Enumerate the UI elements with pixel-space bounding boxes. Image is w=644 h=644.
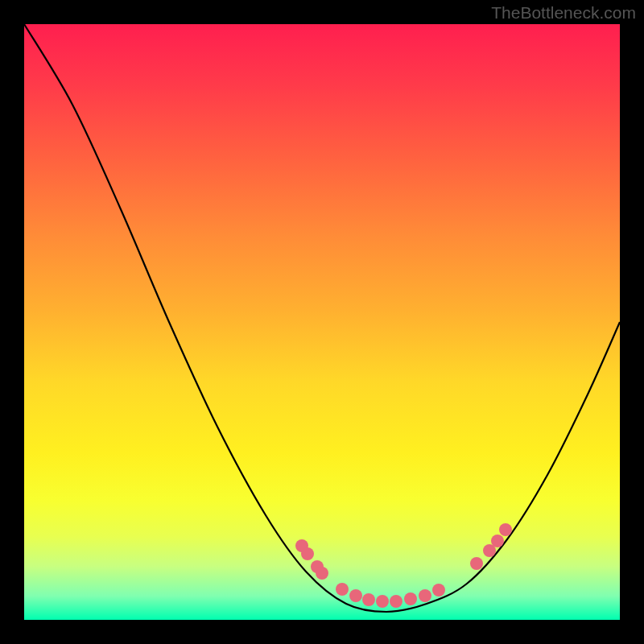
chart-marker (491, 535, 504, 547)
chart-marker (316, 567, 328, 580)
bottleneck-curve-line (24, 24, 620, 612)
chart-marker (390, 595, 402, 608)
chart-marker (499, 523, 512, 536)
watermark-text: TheBottleneck.com (491, 3, 636, 23)
chart-marker (376, 595, 389, 608)
chart-marker (419, 589, 431, 602)
chart-marker (295, 539, 308, 552)
chart-marker (432, 584, 445, 597)
chart-svg (24, 24, 620, 620)
chart-marker (470, 557, 483, 570)
chart-marker (362, 593, 375, 606)
chart-plot-area (24, 24, 620, 620)
chart-marker (336, 583, 349, 596)
chart-marker (349, 589, 362, 602)
chart-markers (295, 523, 512, 608)
chart-marker (311, 560, 324, 573)
chart-marker (483, 544, 496, 557)
chart-marker (404, 592, 417, 605)
chart-marker (301, 547, 314, 560)
